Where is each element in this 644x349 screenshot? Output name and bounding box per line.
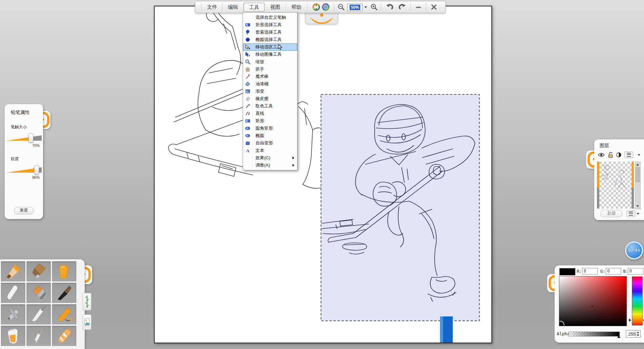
alpha-spinner[interactable]	[636, 331, 640, 337]
menu-item-move-selection[interactable]: 移动选区工具	[243, 43, 297, 51]
small-brush-icon	[30, 328, 47, 344]
brush-chalk[interactable]	[1, 283, 25, 303]
menu-item-free-transform[interactable]: 自由变形	[243, 139, 297, 147]
alpha-value-field[interactable]: 255	[626, 330, 641, 338]
zoom-level-dropdown[interactable]	[363, 4, 368, 10]
layer-menu-icon[interactable]	[625, 151, 633, 158]
saturation-value-field[interactable]	[559, 276, 627, 326]
hue-marker-right[interactable]	[643, 318, 644, 322]
menu-item-hand[interactable]: 抓手	[243, 66, 297, 73]
menu-item-magic-wand[interactable]: 魔术棒	[243, 73, 297, 80]
softness-slider[interactable]	[6, 165, 42, 174]
menu-item-label: 油漆桶	[253, 81, 269, 87]
menu-item-ellipse-select[interactable]: 椭圆选择工具	[243, 36, 297, 43]
menu-item-label: 魔术棒	[253, 74, 269, 80]
menu-item-paint-bucket[interactable]: 油漆桶	[243, 80, 297, 88]
brush-airbrush[interactable]	[1, 304, 25, 324]
menu-item-item-0[interactable]: 选择自定义笔触	[243, 14, 297, 21]
menu-edit[interactable]: 编辑	[223, 3, 244, 11]
brush-paint-tube[interactable]	[1, 326, 25, 346]
hue-marker-left[interactable]	[629, 318, 631, 322]
wood-brush-icon	[30, 263, 47, 280]
menu-item-lasso-select[interactable]: 套索选择工具	[243, 29, 297, 36]
menu-item-line[interactable]: 直线	[243, 110, 297, 117]
contrast-icon[interactable]	[616, 152, 621, 158]
lasso-select-icon	[243, 29, 253, 35]
undo-icon[interactable]	[384, 3, 395, 11]
selection-region[interactable]	[321, 94, 479, 321]
canvas[interactable]	[154, 6, 492, 343]
menu-item-color-picker[interactable]: 取色工具	[243, 102, 297, 110]
brush-pencil[interactable]	[1, 261, 25, 281]
session-timer[interactable]: 07:44	[625, 242, 643, 259]
redo-icon[interactable]	[397, 3, 408, 11]
photo-pattern-button[interactable]	[83, 314, 91, 330]
brush-wood-brush[interactable]	[27, 261, 51, 281]
menu-item-label: 矩形选择工具	[253, 22, 282, 28]
menu-item-rounded-rectangle[interactable]: 圆角矩形	[243, 125, 297, 132]
menu-item-zoom[interactable]: 缩放	[243, 58, 297, 66]
minimize-icon[interactable]	[414, 3, 423, 11]
zoom-in-icon[interactable]	[369, 3, 379, 11]
r-label: R:	[577, 269, 581, 274]
ink-brush-icon	[56, 285, 73, 301]
menu-item-ellipse[interactable]: 椭圆	[243, 132, 297, 139]
hue-slider[interactable]	[632, 276, 643, 325]
target-mascot-icon[interactable]	[321, 3, 330, 11]
unlock-icon[interactable]	[608, 152, 613, 158]
brush-eraser-stick[interactable]	[52, 326, 76, 346]
layer-menu-dropdown-icon[interactable]	[638, 154, 640, 156]
ellipse-select-icon	[243, 37, 253, 43]
blue-paint-stroke	[440, 316, 453, 343]
flat-brush-icon	[30, 285, 47, 301]
layers-bottom-dropdown-icon[interactable]	[637, 213, 639, 215]
menu-item-item-19[interactable]: 效果(C)	[243, 154, 297, 162]
brush-palette-panel	[0, 259, 85, 349]
brush-size-slider-thumb[interactable]	[29, 133, 34, 143]
brush-palette-knife[interactable]	[27, 304, 51, 324]
menu-item-label: 缩放	[253, 59, 264, 65]
b-label: B:	[623, 269, 628, 274]
reset-button[interactable]: 重置	[14, 207, 34, 214]
zoom-icon	[243, 59, 253, 65]
menu-item-rect-select[interactable]: 矩形选择工具	[243, 21, 297, 29]
softness-slider-thumb[interactable]	[34, 165, 39, 175]
menu-item-eraser[interactable]: 橡皮擦	[243, 95, 297, 102]
paint-bucket-icon	[243, 81, 253, 87]
menu-item-gradient[interactable]: 渐变	[243, 88, 297, 95]
menu-item-item-20[interactable]: 调整(A)	[243, 162, 297, 169]
menu-tools[interactable]: 工具	[244, 3, 265, 11]
brush-flat-brush[interactable]	[27, 283, 51, 303]
color-picker-icon	[243, 103, 253, 109]
g-input[interactable]: 0	[606, 268, 621, 274]
rect-select-icon	[243, 22, 253, 28]
zoom-out-icon[interactable]	[336, 3, 346, 11]
r-input[interactable]: 0	[582, 268, 598, 274]
brush-ink-brush[interactable]	[52, 283, 76, 303]
layers-bottom-menu-icon[interactable]	[627, 210, 635, 217]
brush-crayon[interactable]	[52, 261, 76, 281]
brush-paint-roller[interactable]	[52, 304, 76, 324]
layers-panel-title: 图层	[600, 143, 644, 149]
menu-view[interactable]: 视图	[265, 3, 286, 11]
alpha-label: Alpha	[557, 331, 570, 336]
menu-item-rectangle[interactable]: 矩形	[243, 117, 297, 125]
alpha-marker[interactable]	[617, 336, 620, 338]
layer-thumbnail[interactable]	[597, 162, 634, 209]
menu-item-text[interactable]: A文本	[243, 147, 297, 154]
close-icon[interactable]	[429, 3, 439, 11]
new-layer-button[interactable]: 新建	[600, 210, 622, 217]
eye-icon[interactable]	[598, 152, 605, 158]
menu-item-move-image[interactable]: 移动图像工具	[243, 51, 297, 58]
palette-mascot-icon[interactable]	[312, 3, 321, 11]
menu-file[interactable]: 文件	[201, 3, 223, 11]
brush-small-brush[interactable]	[27, 326, 51, 346]
alpha-slider[interactable]	[569, 332, 620, 337]
zoom-level-field[interactable]: 50%	[347, 4, 363, 11]
b-input[interactable]: 0	[628, 268, 643, 274]
layer-scrollbar[interactable]	[635, 162, 641, 209]
menu-help[interactable]: 帮助	[286, 3, 307, 11]
bamboo-pattern-button[interactable]	[83, 293, 91, 310]
eraser-icon	[243, 96, 253, 102]
brush-size-slider[interactable]	[6, 133, 42, 142]
